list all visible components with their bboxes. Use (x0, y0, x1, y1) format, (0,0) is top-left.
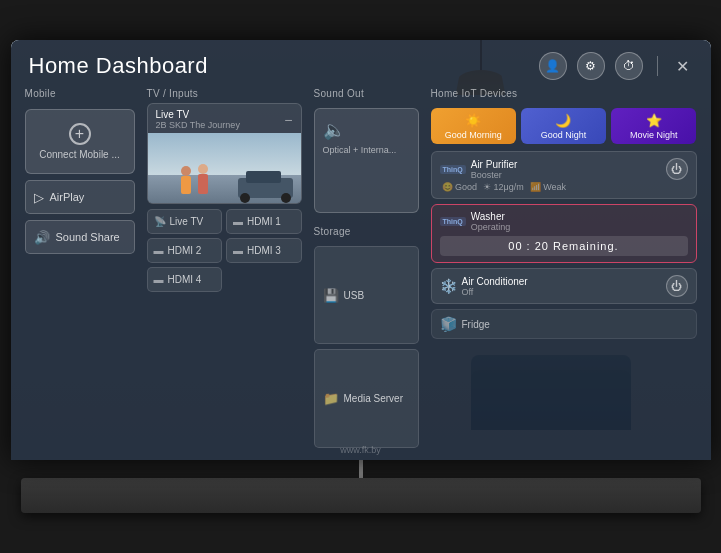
input-hdmi3[interactable]: ▬ HDMI 3 (226, 238, 302, 263)
input-hdmi1[interactable]: ▬ HDMI 1 (226, 209, 302, 234)
tv-base (21, 478, 701, 513)
media-server-label: Media Server (344, 393, 403, 404)
tv-program-title: 2B SKD The Journey (156, 120, 240, 130)
air-purifier-info: ThinQ Air Purifier Booster (440, 159, 518, 180)
input-live-tv[interactable]: 📡 Live TV (147, 209, 223, 234)
connect-mobile-text: Connect Mobile ... (39, 149, 120, 160)
movie-night-label: Movie Night (630, 130, 678, 140)
usb-label: USB (344, 290, 365, 301)
svg-point-2 (181, 166, 191, 176)
air-purifier-power-button[interactable]: ⏻ (666, 158, 688, 180)
air-signal: 📶 Weak (530, 182, 566, 192)
svg-point-4 (198, 164, 208, 174)
tv-stand (11, 460, 711, 513)
dashboard-content: Mobile + Connect Mobile ... ▷ AirPlay 🔊 … (11, 88, 711, 460)
header-divider (657, 56, 658, 76)
iot-column: Home IoT Devices ☀️ Good Morning 🌙 Good … (431, 88, 697, 448)
airplay-button[interactable]: ▷ AirPlay (25, 180, 135, 214)
connect-mobile-button[interactable]: + Connect Mobile ... (25, 109, 135, 174)
tv-inputs-column: TV / Inputs Live TV 2B SKD The Journey − (147, 88, 302, 448)
air-purifier-status: Booster (471, 170, 518, 180)
page-title: Home Dashboard (29, 53, 208, 79)
svg-point-9 (281, 193, 291, 203)
clock-icon-button[interactable]: ⏱ (615, 52, 643, 80)
good-morning-label: Good Morning (445, 130, 502, 140)
air-pm25: ☀ 12μg/m (483, 182, 524, 192)
input-hdmi2[interactable]: ▬ HDMI 2 (147, 238, 223, 263)
hdmi1-label: HDMI 1 (247, 216, 281, 227)
sound-share-button[interactable]: 🔊 Sound Share (25, 220, 135, 254)
washer-device[interactable]: ThinQ Washer Operating 00 : 20 Remaining… (431, 204, 697, 263)
input-hdmi4[interactable]: ▬ HDMI 4 (147, 267, 223, 292)
tv-frame: Home Dashboard 👤 ⚙ ⏱ ✕ Mobile + Connect … (11, 40, 711, 460)
air-quality-good: 😊 Good (442, 182, 478, 192)
mobile-column: Mobile + Connect Mobile ... ▷ AirPlay 🔊 … (25, 88, 135, 448)
svg-rect-0 (148, 133, 301, 175)
hdmi2-icon: ▬ (154, 245, 164, 256)
hdmi1-icon: ▬ (233, 216, 243, 227)
hdmi4-icon: ▬ (154, 274, 164, 285)
hdmi4-label: HDMI 4 (168, 274, 202, 285)
svg-rect-3 (181, 176, 191, 194)
header-icons: 👤 ⚙ ⏱ ✕ (539, 52, 693, 80)
airplay-icon: ▷ (34, 190, 44, 205)
fridge-info: 🧊 Fridge (440, 316, 490, 332)
tv-screen: Home Dashboard 👤 ⚙ ⏱ ✕ Mobile + Connect … (11, 40, 711, 460)
good-night-label: Good Night (541, 130, 587, 140)
settings-icon-button[interactable]: ⚙ (577, 52, 605, 80)
washer-header: ThinQ Washer Operating (440, 211, 688, 232)
good-night-scene-button[interactable]: 🌙 Good Night (521, 108, 606, 144)
ac-header: ❄️ Air Conditioner Off ⏻ (440, 275, 688, 297)
movie-night-scene-button[interactable]: ⭐ Movie Night (611, 108, 696, 144)
hdmi3-icon: ▬ (233, 245, 243, 256)
ac-name-group: Air Conditioner Off (462, 276, 528, 297)
fridge-device[interactable]: 🧊 Fridge (431, 309, 697, 339)
tv-thumbnail (148, 133, 301, 203)
air-conditioner-device[interactable]: ❄️ Air Conditioner Off ⏻ (431, 268, 697, 304)
fridge-name: Fridge (462, 319, 490, 330)
washer-name-group: Washer Operating (471, 211, 511, 232)
star-icon: ⭐ (646, 113, 662, 128)
fridge-header: 🧊 Fridge (440, 316, 688, 332)
live-tv-icon: 📡 (154, 216, 166, 227)
washer-thinq-badge: ThinQ (440, 217, 466, 226)
watermark: www.fk.by (340, 445, 381, 455)
air-purifier-name-group: Air Purifier Booster (471, 159, 518, 180)
scene-buttons: ☀️ Good Morning 🌙 Good Night ⭐ Movie Nig… (431, 108, 697, 144)
close-button[interactable]: ✕ (672, 57, 693, 76)
tv-channel-title: Live TV (156, 109, 240, 120)
airplay-label: AirPlay (50, 191, 85, 203)
usb-icon: 💾 (323, 288, 339, 303)
hdmi3-label: HDMI 3 (247, 245, 281, 256)
ac-icon: ❄️ (440, 278, 457, 294)
svg-rect-7 (246, 171, 281, 183)
ac-name: Air Conditioner (462, 276, 528, 287)
thinq-badge: ThinQ (440, 165, 466, 174)
live-tv-card[interactable]: Live TV 2B SKD The Journey − (147, 103, 302, 204)
tv-card-info: Live TV 2B SKD The Journey (156, 109, 240, 130)
tv-minus-icon[interactable]: − (284, 112, 292, 128)
sound-description: Optical + Interna... (323, 145, 397, 157)
washer-status: Operating (471, 222, 511, 232)
mobile-label: Mobile (25, 88, 135, 99)
air-purifier-device[interactable]: ThinQ Air Purifier Booster ⏻ 😊 Good ☀ 12… (431, 151, 697, 199)
media-server-icon: 📁 (323, 391, 339, 406)
air-purifier-name: Air Purifier (471, 159, 518, 170)
tv-inputs-label: TV / Inputs (147, 88, 302, 99)
good-morning-scene-button[interactable]: ☀️ Good Morning (431, 108, 516, 144)
dashboard-header: Home Dashboard 👤 ⚙ ⏱ ✕ (11, 40, 711, 88)
washer-timer: 00 : 20 Remaining. (440, 236, 688, 256)
sound-out-card[interactable]: 🔈 Optical + Interna... (314, 108, 419, 213)
svg-rect-5 (198, 174, 208, 194)
media-server-item[interactable]: 📁 Media Server (314, 349, 419, 448)
svg-point-8 (240, 193, 250, 203)
iot-label: Home IoT Devices (431, 88, 697, 99)
sun-icon: ☀️ (465, 113, 481, 128)
profile-icon-button[interactable]: 👤 (539, 52, 567, 80)
live-tv-label: Live TV (170, 216, 204, 227)
sound-share-icon: 🔊 (34, 230, 50, 245)
dashboard-overlay: Home Dashboard 👤 ⚙ ⏱ ✕ Mobile + Connect … (11, 40, 711, 460)
usb-storage-item[interactable]: 💾 USB (314, 246, 419, 345)
ac-power-button[interactable]: ⏻ (666, 275, 688, 297)
air-purifier-meta: 😊 Good ☀ 12μg/m 📶 Weak (440, 182, 688, 192)
